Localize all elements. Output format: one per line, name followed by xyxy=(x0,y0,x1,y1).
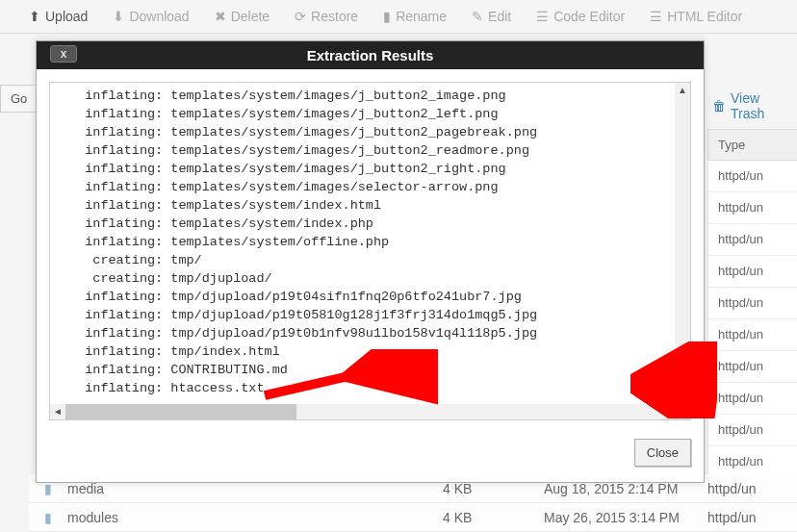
row-type: httpd/un xyxy=(707,481,797,496)
html-editor-label: HTML Editor xyxy=(667,9,742,24)
upload-label: Upload xyxy=(45,9,88,24)
right-panel: 🗑 View Trash Type httpd/unhttpd/unhttpd/… xyxy=(707,83,797,532)
code-editor-icon: ☰ xyxy=(536,10,549,23)
delete-icon: ✖ xyxy=(215,10,226,23)
v-scroll-track[interactable] xyxy=(675,98,690,404)
toolbar: ⬆ Upload ⬇ Download ✖ Delete ⟳ Restore ▮… xyxy=(0,0,797,34)
close-button[interactable]: Close xyxy=(634,439,691,467)
download-label: Download xyxy=(129,9,189,24)
upload-button[interactable]: ⬆ Upload xyxy=(29,9,88,24)
rename-label: Rename xyxy=(396,9,447,24)
row-name: modules xyxy=(67,510,443,525)
edit-icon: ✎ xyxy=(472,10,483,23)
horizontal-scrollbar[interactable]: ◄ ► xyxy=(50,404,675,419)
edit-label: Edit xyxy=(488,9,511,24)
type-header: Type xyxy=(707,129,797,161)
modal-footer: Close xyxy=(37,433,704,482)
h-scroll-track[interactable] xyxy=(65,404,659,419)
extraction-output: inflating: templates/system/images/j_but… xyxy=(50,83,690,406)
scroll-left-icon[interactable]: ◄ xyxy=(50,404,65,419)
scroll-down-icon[interactable]: ▼ xyxy=(675,404,690,419)
row-size: 4 KB xyxy=(443,510,544,525)
type-cell: httpd/un xyxy=(707,415,797,446)
edit-button[interactable]: ✎ Edit xyxy=(472,9,511,24)
extraction-results-modal: x Extraction Results inflating: template… xyxy=(36,40,705,483)
restore-button[interactable]: ⟳ Restore xyxy=(295,9,358,24)
h-scroll-thumb[interactable] xyxy=(65,404,296,419)
type-cell: httpd/un xyxy=(707,288,797,319)
download-button[interactable]: ⬇ Download xyxy=(113,9,189,24)
type-cell: httpd/un xyxy=(707,351,797,383)
table-row[interactable]: ▮modules4 KBMay 26, 2015 3:14 PMhttpd/un xyxy=(29,503,797,532)
rename-icon: ▮ xyxy=(383,10,391,23)
type-cell: httpd/un xyxy=(707,192,797,224)
scroll-up-icon[interactable]: ▲ xyxy=(675,83,690,98)
view-trash-label: View Trash xyxy=(731,90,792,121)
output-container: inflating: templates/system/images/j_but… xyxy=(49,82,691,420)
code-editor-button[interactable]: ☰ Code Editor xyxy=(536,9,625,24)
file-rows: ▮media4 KBAug 18, 2015 2:14 PMhttpd/un▮m… xyxy=(29,474,797,532)
row-date: May 26, 2015 3:14 PM xyxy=(544,510,707,525)
modal-title: Extraction Results xyxy=(307,47,434,63)
download-icon: ⬇ xyxy=(113,10,124,23)
rename-button[interactable]: ▮ Rename xyxy=(383,9,447,24)
restore-icon: ⟳ xyxy=(295,10,306,23)
type-cell: httpd/un xyxy=(707,383,797,415)
type-cell: httpd/un xyxy=(707,161,797,192)
row-type: httpd/un xyxy=(707,510,797,525)
delete-label: Delete xyxy=(231,9,270,24)
type-cell: httpd/un xyxy=(707,319,797,351)
modal-close-x-button[interactable]: x xyxy=(50,45,77,63)
trash-icon: 🗑 xyxy=(712,98,726,114)
type-column: Type httpd/unhttpd/unhttpd/unhttpd/unhtt… xyxy=(707,129,797,532)
type-cell: httpd/un xyxy=(707,256,797,288)
code-editor-label: Code Editor xyxy=(553,9,625,24)
html-editor-button[interactable]: ☰ HTML Editor xyxy=(650,9,742,24)
scroll-right-icon[interactable]: ► xyxy=(659,404,675,419)
type-cell: httpd/un xyxy=(707,224,797,256)
folder-icon: ▮ xyxy=(29,510,67,525)
vertical-scrollbar[interactable]: ▲ ▼ xyxy=(675,83,690,419)
v-scroll-thumb[interactable] xyxy=(675,391,690,404)
restore-label: Restore xyxy=(311,9,358,24)
delete-button[interactable]: ✖ Delete xyxy=(215,9,270,24)
modal-header: x Extraction Results xyxy=(37,41,704,69)
view-trash-link[interactable]: 🗑 View Trash xyxy=(707,83,797,129)
modal-body: inflating: templates/system/images/j_but… xyxy=(37,69,704,433)
upload-icon: ⬆ xyxy=(29,10,40,23)
go-button[interactable]: Go xyxy=(0,85,37,113)
html-editor-icon: ☰ xyxy=(650,10,662,23)
